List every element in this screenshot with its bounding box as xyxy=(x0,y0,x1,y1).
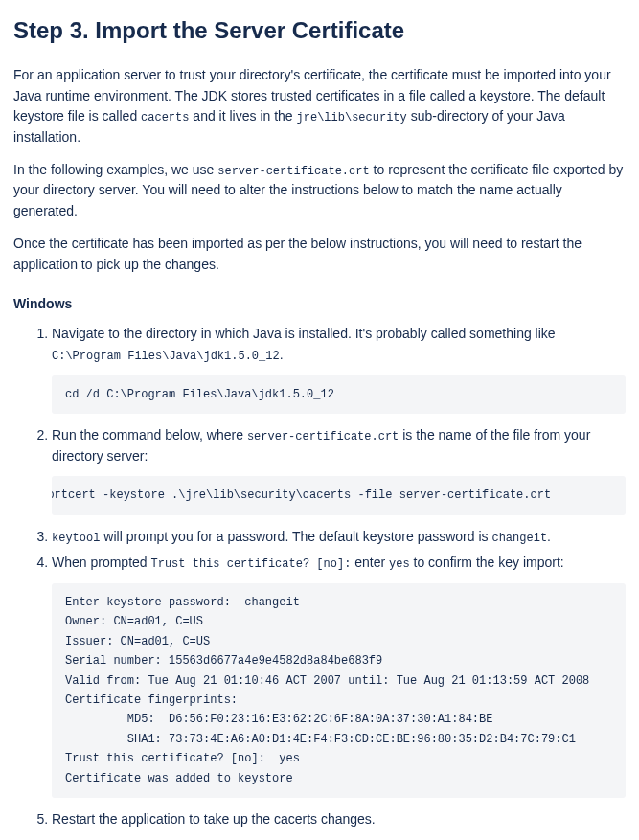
para1-code2: jre\lib\security xyxy=(297,111,407,125)
step-3: keytool will prompt you for a password. … xyxy=(52,527,626,548)
code-block-1: cd /d C:\Program Files\Java\jdk1.5.0_12 xyxy=(52,375,626,414)
step4-code1: Trust this certificate? [no]: xyxy=(151,557,352,571)
step3-text2: . xyxy=(547,529,551,544)
step4-code2: yes xyxy=(389,557,410,571)
para1-code1: cacerts xyxy=(141,111,189,125)
steps-list: Navigate to the directory in which Java … xyxy=(13,324,626,830)
step2-code1: server-certificate.crt xyxy=(247,430,399,443)
paragraph-1: For an application server to trust your … xyxy=(13,65,626,148)
step1-text1: Navigate to the directory in which Java … xyxy=(52,326,556,341)
section-heading: Step 3. Import the Server Certificate xyxy=(13,13,626,48)
step4-text1: When prompted xyxy=(52,555,151,570)
step4-text3: to confirm the key import: xyxy=(410,555,564,570)
step-4: When prompted Trust this certificate? [n… xyxy=(52,553,626,798)
step1-code1: C:\Program Files\Java\jdk1.5.0_12 xyxy=(52,350,280,363)
code-block-3: Enter keystore password: changeit Owner:… xyxy=(52,583,626,798)
step3-code2: changeit xyxy=(491,532,547,545)
para2-text1: In the following examples, we use xyxy=(13,162,217,177)
para2-code1: server-certificate.crt xyxy=(217,165,369,178)
paragraph-2: In the following examples, we use server… xyxy=(13,160,626,222)
code-block-2: keytool -importcert -keystore .\jre\lib\… xyxy=(52,476,626,514)
step3-code1: keytool xyxy=(52,532,100,545)
step3-text1: will prompt you for a password. The defa… xyxy=(100,529,491,544)
windows-subheading: Windows xyxy=(13,294,626,314)
step1-text2: . xyxy=(280,347,284,362)
step-1: Navigate to the directory in which Java … xyxy=(52,324,626,414)
step2-text1: Run the command below, where xyxy=(52,427,247,443)
step-5: Restart the application to take up the c… xyxy=(52,809,626,830)
step-2: Run the command below, where server-cert… xyxy=(52,425,626,515)
paragraph-3: Once the certificate has been imported a… xyxy=(13,234,626,275)
step4-text2: enter xyxy=(351,555,389,570)
para1-text2: and it lives in the xyxy=(189,108,296,124)
